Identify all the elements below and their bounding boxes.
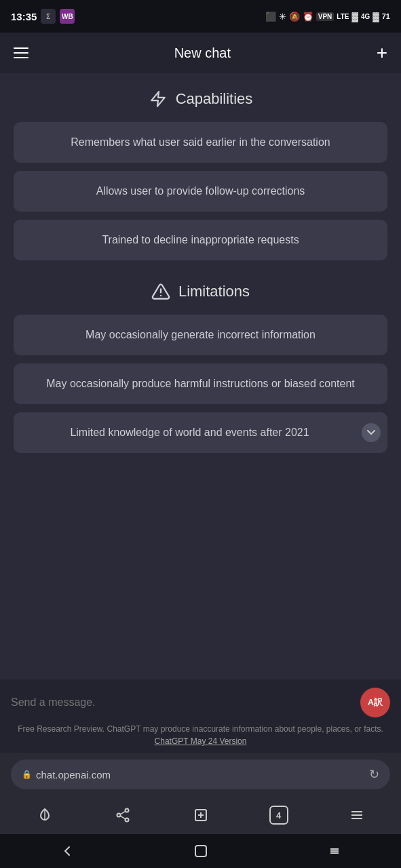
- lightning-icon: [149, 90, 168, 108]
- svg-point-4: [117, 814, 120, 817]
- status-time: 13:35: [11, 11, 37, 22]
- limitation-card-2: May occasionally produce harmful instruc…: [14, 363, 387, 404]
- limitation-card-1: May occasionally generate incorrect info…: [14, 315, 387, 355]
- menu-line-1: [14, 47, 28, 49]
- battery-icon: 71: [382, 12, 390, 20]
- page-title: New chat: [174, 45, 231, 61]
- status-left: 13:35 Σ WB: [11, 9, 75, 24]
- share-button[interactable]: [107, 802, 139, 829]
- input-area: A訳 Free Research Preview. ChatGPT may pr…: [0, 679, 401, 753]
- capability-card-3: Trained to decline inappropriate request…: [14, 220, 387, 260]
- capability-text-1: Remembers what user said earlier in the …: [71, 136, 330, 148]
- reload-button[interactable]: ↻: [369, 767, 379, 782]
- browser-nav: 4: [0, 796, 401, 834]
- svg-rect-15: [195, 846, 206, 856]
- 4g-label: 4G: [361, 13, 370, 20]
- disclaimer-link[interactable]: ChatGPT May 24 Version: [155, 736, 247, 746]
- system-nav: [0, 834, 401, 868]
- browser-bar: 🔒 chat.openai.com ↻: [0, 753, 401, 796]
- url-text: 🔒 chat.openai.com: [22, 769, 111, 781]
- capability-card-1: Remembers what user said earlier in the …: [14, 122, 387, 163]
- nfc-icon: ⬛: [265, 12, 276, 22]
- message-input[interactable]: [11, 692, 354, 713]
- limitation-text-1: May occasionally generate incorrect info…: [85, 329, 316, 340]
- recents-button[interactable]: [321, 837, 348, 865]
- scroll-down-button[interactable]: [362, 423, 381, 442]
- signal2-icon: ▓: [373, 12, 379, 22]
- capabilities-header: Capabilities: [14, 90, 387, 108]
- vpn-label: VPN: [316, 12, 335, 21]
- limitations-title: Limitations: [178, 283, 250, 300]
- tab-count: 4: [269, 806, 288, 825]
- limitations-section: Limitations May occasionally generate in…: [14, 282, 387, 453]
- limitations-header: Limitations: [14, 282, 387, 301]
- limitation-text-3: Limited knowledge of world and events af…: [70, 427, 309, 438]
- lte-label: LTE: [337, 13, 349, 20]
- limitation-card-3: Limited knowledge of world and events af…: [14, 412, 387, 453]
- input-row: A訳: [11, 688, 390, 717]
- new-chat-button[interactable]: +: [377, 43, 387, 62]
- svg-line-8: [120, 816, 126, 819]
- bluetooth-icon: ✳: [279, 12, 286, 22]
- sigma-app-icon: Σ: [41, 9, 56, 24]
- svg-marker-0: [151, 92, 165, 106]
- send-button[interactable]: A訳: [360, 688, 390, 717]
- warning-icon: [151, 282, 170, 301]
- status-icons: ⬛ ✳ 🔕 ⏰ VPN LTE ▓ 4G ▓ 71: [265, 12, 390, 22]
- tabs-button[interactable]: 4: [263, 802, 295, 829]
- svg-line-7: [120, 811, 126, 814]
- alarm-icon: ⏰: [303, 12, 313, 22]
- wb-app-icon: WB: [60, 9, 75, 24]
- home-system-button[interactable]: [187, 837, 214, 865]
- send-icon: A訳: [368, 696, 383, 709]
- status-bar: 13:35 Σ WB ⬛ ✳ 🔕 ⏰ VPN LTE ▓ 4G ▓ 71: [0, 0, 401, 33]
- menu-button[interactable]: [14, 47, 28, 58]
- limitation-text-2: May occasionally produce harmful instruc…: [46, 378, 354, 389]
- back-button[interactable]: [54, 837, 81, 865]
- home-button[interactable]: [28, 802, 61, 829]
- menu-line-3: [14, 57, 28, 58]
- signal-icon: ▓: [351, 12, 358, 22]
- capability-card-2: Allows user to provide follow-up correct…: [14, 171, 387, 212]
- capabilities-section: Capabilities Remembers what user said ea…: [14, 90, 387, 260]
- main-content: Capabilities Remembers what user said ea…: [0, 73, 401, 679]
- more-button[interactable]: [341, 802, 373, 829]
- mute-icon: 🔕: [289, 12, 300, 22]
- menu-line-2: [14, 52, 28, 54]
- capability-text-3: Trained to decline inappropriate request…: [102, 234, 299, 245]
- disclaimer-text: Free Research Preview. ChatGPT may produ…: [11, 723, 390, 747]
- lock-icon: 🔒: [22, 770, 32, 779]
- url-domain: chat.openai.com: [36, 769, 111, 781]
- capability-text-2: Allows user to provide follow-up correct…: [96, 185, 305, 197]
- add-tab-button[interactable]: [185, 802, 217, 829]
- capabilities-title: Capabilities: [176, 90, 253, 108]
- url-bar[interactable]: 🔒 chat.openai.com ↻: [11, 760, 390, 789]
- app-header: New chat +: [0, 33, 401, 73]
